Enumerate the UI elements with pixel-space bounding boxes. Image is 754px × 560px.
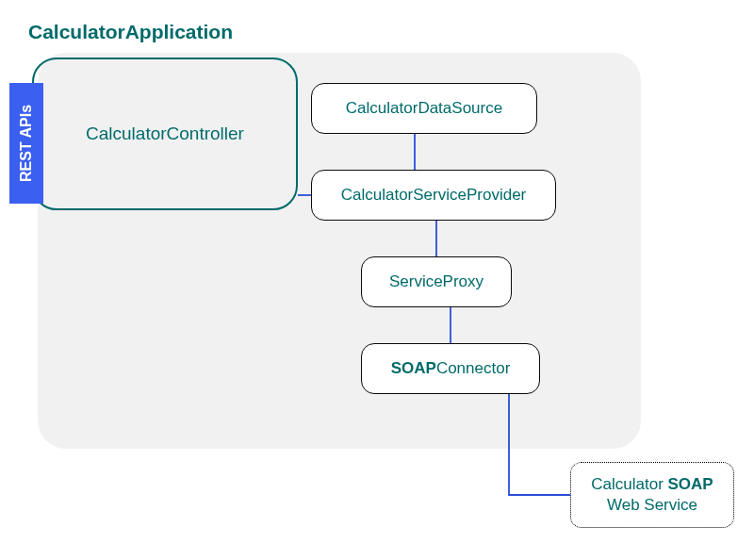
rest-apis-tag: REST APIs (9, 83, 43, 204)
soapconnector-suffix: Connector (436, 359, 510, 377)
soap-service-line1b: SOAP (668, 475, 713, 493)
application-title: CalculatorApplication (28, 21, 233, 43)
soap-service-line2: Web Service (607, 496, 697, 514)
soapconnector-prefix: SOAP (391, 359, 436, 377)
controller-label: CalculatorController (86, 124, 244, 144)
serviceprovider-node: CalculatorServiceProvider (311, 170, 556, 221)
soapconnector-node: SOAPConnector (361, 343, 540, 394)
serviceproxy-node: ServiceProxy (361, 256, 512, 307)
datasource-node: CalculatorDataSource (311, 83, 537, 134)
datasource-label: CalculatorDataSource (346, 99, 502, 118)
serviceprovider-label: CalculatorServiceProvider (341, 186, 527, 205)
serviceproxy-label: ServiceProxy (389, 272, 484, 291)
controller-node: CalculatorController (32, 58, 298, 210)
soap-service-line1a: Calculator (591, 475, 667, 493)
soap-service-label: Calculator SOAP Web Service (591, 474, 713, 516)
soap-service-node: Calculator SOAP Web Service (570, 462, 734, 528)
soapconnector-label: SOAPConnector (391, 359, 511, 378)
